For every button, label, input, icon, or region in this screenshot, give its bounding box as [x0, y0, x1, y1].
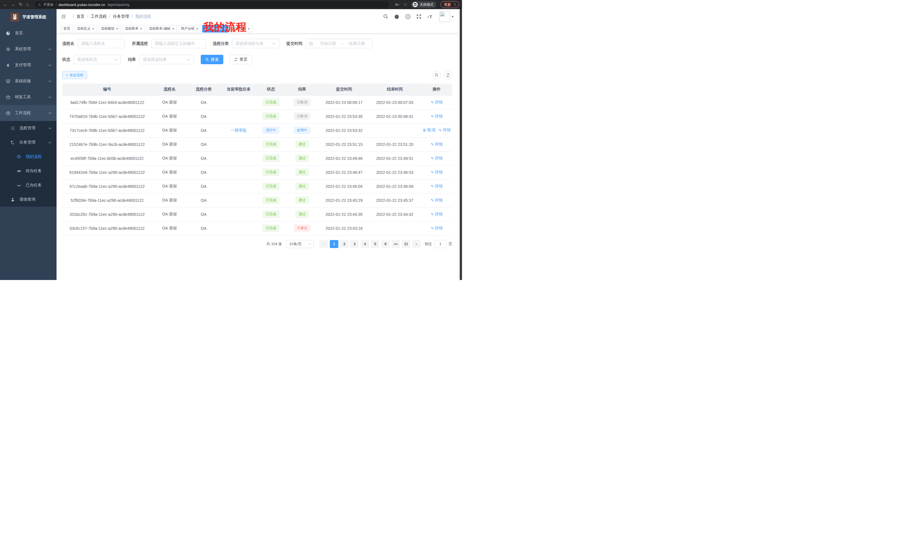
chrome-menu-icon[interactable]: ⋮ [453, 3, 457, 7]
current-task-link[interactable]: 一级审批 [231, 128, 247, 132]
svg-text:?: ? [407, 15, 409, 18]
avatar-caret-icon[interactable]: ▾ [452, 15, 453, 18]
prev-page-button[interactable]: ‹ [320, 240, 328, 248]
sidebar-item-label: 待办任务 [26, 168, 42, 174]
detail-link[interactable]: ✎ 详情 [430, 142, 442, 147]
next-page-button[interactable]: › [412, 240, 421, 248]
address-bar[interactable]: ⚠ 不安全 dashboard.yudao.iocoder.cn/bpm/tas… [34, 1, 389, 8]
view-tab[interactable]: 用户分组 × [178, 25, 201, 33]
detail-link[interactable]: ✎ 详情 [430, 226, 442, 231]
sidebar-item-workflow[interactable]: 工作流程 [0, 105, 57, 121]
avatar[interactable] [439, 11, 450, 22]
sidebar-item-my-process[interactable]: 我的流程 [0, 150, 57, 164]
detail-link[interactable]: ✎ 详情 [439, 127, 451, 133]
chevron-up-icon [48, 142, 51, 144]
page-number-button[interactable]: 1 [330, 240, 338, 248]
address-divider [56, 3, 56, 7]
sidebar-item-leave[interactable]: 请假查询 [0, 192, 57, 207]
page-number-button[interactable]: 4 [361, 240, 369, 248]
detail-link[interactable]: ✎ 详情 [430, 184, 442, 189]
svg-text:T: T [429, 14, 432, 19]
page-number-button[interactable]: 3 [350, 240, 359, 248]
process-definition-input[interactable]: 请输入流程定义的编号 [152, 39, 206, 48]
cell-submit-time: 2022-01-22 23:51:15 [320, 137, 369, 151]
font-size-icon[interactable]: TT [427, 14, 434, 19]
result-select[interactable]: 请选择流结果 [140, 55, 194, 64]
tab-close-icon[interactable]: × [196, 27, 198, 31]
view-tab[interactable]: 流程表单 × [122, 25, 145, 33]
breadcrumb-item[interactable]: 我的流程 [129, 14, 152, 19]
detail-link[interactable]: ✎ 详情 [430, 170, 442, 175]
github-icon[interactable] [394, 14, 399, 19]
browser-reload-icon[interactable]: ↻ [19, 2, 22, 7]
view-tab[interactable]: 首页 × [61, 25, 73, 33]
password-key-icon[interactable] [395, 2, 399, 7]
sidebar-item-infra[interactable]: 基础设施 [0, 73, 57, 89]
browser-forward-icon[interactable]: → [11, 2, 15, 7]
status-badge: 已完成 [263, 155, 279, 162]
detail-link[interactable]: ✎ 详情 [430, 212, 442, 217]
breadcrumb-item[interactable]: 工作流程 [84, 14, 107, 19]
search-button[interactable]: 搜索 [201, 55, 223, 64]
process-name-input[interactable]: 请输入流程名 [78, 39, 125, 48]
status-select[interactable]: 请选择状态 [74, 55, 121, 64]
tab-close-icon[interactable]: × [116, 27, 118, 31]
show-search-button[interactable] [432, 71, 441, 79]
submit-time-range-picker[interactable]: 开始日期 - 结束日期 [306, 39, 373, 48]
detail-link[interactable]: ✎ 详情 [430, 156, 442, 161]
tab-close-icon[interactable]: × [140, 27, 142, 31]
detail-link[interactable]: ✎ 详情 [430, 198, 442, 203]
tab-close-icon[interactable]: × [92, 27, 94, 31]
sidebar-item-dev[interactable]: 研发工具 [0, 89, 57, 105]
sidebar-item-todo[interactable]: 待办任务 [0, 164, 57, 178]
category-select[interactable]: 请选择流程分类 [232, 39, 279, 48]
breadcrumb-item[interactable]: 首页 [70, 14, 84, 19]
page-number-button[interactable]: 5 [371, 240, 380, 248]
fullscreen-icon[interactable] [416, 14, 422, 19]
app-logo-row[interactable]: 芋道管理系统 [0, 9, 57, 25]
header-search-icon[interactable] [383, 14, 388, 19]
breadcrumb-item[interactable]: 任务管理 [107, 14, 129, 19]
sidebar-item-pay[interactable]: ¥ 支付管理 [0, 57, 57, 73]
goto-page-input[interactable]: 1 [434, 240, 446, 248]
detail-link[interactable]: ✎ 详情 [430, 114, 442, 119]
page-number-button[interactable]: 11 [402, 240, 410, 248]
view-tab[interactable]: 流程模型 × [98, 25, 121, 33]
edit-icon: ✎ [430, 142, 434, 147]
chrome-update-button[interactable]: 更新 ⋮ [440, 1, 459, 8]
filter-status-label: 状态 [62, 57, 70, 62]
result-badge: 通过 [296, 211, 309, 218]
sidebar-item-done[interactable]: 已办任务 [0, 178, 57, 192]
help-icon[interactable]: ? [405, 14, 411, 19]
page-number-button[interactable]: ••• [392, 240, 400, 248]
sidebar-item-home[interactable]: 首页 [0, 25, 57, 41]
sidebar-item-process-mgmt[interactable]: 流程管理 [0, 121, 57, 135]
view-tab[interactable]: 流程表单-编辑 × [146, 25, 177, 33]
process-table: 编号流程名流程分类当前审批任务状态结果提交时间结束时间操作 3ad174fb-7… [62, 84, 452, 235]
cell-submit-time: 2022-01-22 23:46:04 [320, 179, 369, 193]
browser-home-icon[interactable]: ⌂ [26, 2, 29, 7]
refresh-table-button[interactable] [444, 71, 452, 79]
cell-id: 67c2eaab-7b9a-11ec-a290-acde48001122 [62, 179, 152, 193]
browser-back-icon[interactable]: ← [3, 2, 8, 7]
edit-icon: ✎ [430, 114, 434, 118]
page-number-button[interactable]: 2 [340, 240, 349, 248]
page-number-button[interactable]: 6 [381, 240, 390, 248]
create-process-button[interactable]: + 发起流程 [62, 71, 87, 79]
column-header: 提交时间 [320, 84, 369, 95]
page-size-select[interactable]: 10条/页 [286, 240, 314, 248]
tab-close-icon[interactable]: × [172, 27, 174, 31]
reset-button[interactable]: 重置 [230, 55, 252, 64]
sidebar-toggle-icon[interactable] [61, 14, 66, 19]
cell-id: 52ffd28e-7b9a-11ec-a290-acde48001122 [62, 193, 152, 207]
view-tab[interactable]: 流程定义 × [74, 25, 97, 33]
cell-id: ec45f38f-7b9a-11ec-b03b-acde48001122 [62, 151, 152, 165]
detail-link[interactable]: ✎ 详情 [430, 100, 442, 105]
cancel-link[interactable]: 取消 [423, 127, 435, 133]
cell-id: 2152467e-7b9b-11ec-9a1b-acde48001122 [62, 137, 152, 151]
sidebar-item-system[interactable]: 系统管理 [0, 41, 57, 57]
edit-icon: ✎ [430, 156, 434, 160]
sidebar-item-task-mgmt[interactable]: 任务管理 [0, 135, 57, 150]
bookmark-star-icon[interactable]: ☆ [404, 2, 407, 7]
tab-close-icon[interactable]: × [248, 27, 250, 31]
